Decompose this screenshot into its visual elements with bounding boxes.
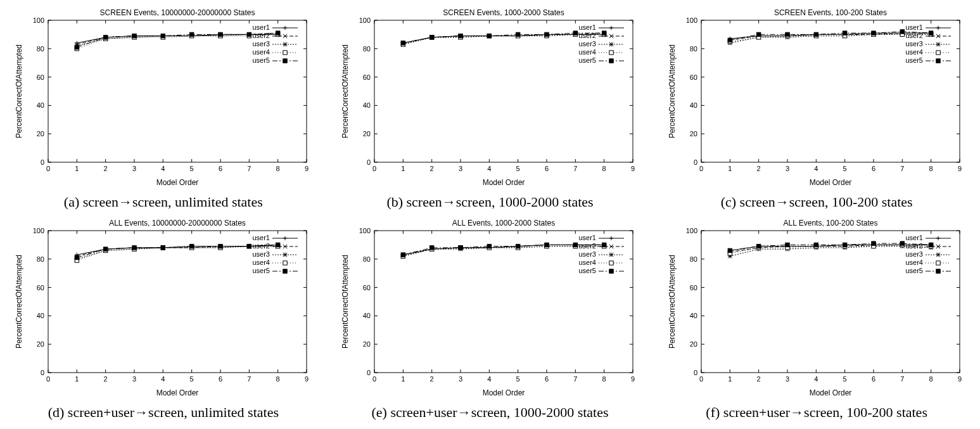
chart-title: ALL Events, 10000000-20000000 States xyxy=(109,219,246,227)
x-tick-label: 1 xyxy=(75,165,79,172)
x-tick-label: 3 xyxy=(132,375,136,383)
y-tick-label: 80 xyxy=(37,255,44,263)
y-tick-label: 0 xyxy=(41,369,44,376)
svg-rect-97 xyxy=(459,34,462,37)
x-tick-label: 2 xyxy=(103,375,107,383)
x-tick-label: 8 xyxy=(276,165,279,172)
legend-label-user4: user4 xyxy=(906,48,924,56)
y-axis-label: PercentCorrectOfAttempted xyxy=(341,44,350,138)
legend-label-user3: user3 xyxy=(579,250,597,258)
svg-rect-109 xyxy=(609,59,613,63)
svg-rect-54 xyxy=(283,59,287,63)
legend-label-user2: user2 xyxy=(579,32,597,39)
y-tick-label: 60 xyxy=(37,284,44,291)
svg-rect-155 xyxy=(872,31,875,35)
svg-rect-266 xyxy=(574,243,578,247)
svg-rect-156 xyxy=(900,30,904,34)
svg-rect-327 xyxy=(936,261,940,265)
x-tick-label: 1 xyxy=(728,375,732,383)
svg-rect-46 xyxy=(247,32,251,36)
svg-rect-321 xyxy=(900,241,904,245)
svg-rect-102 xyxy=(602,31,606,35)
x-tick-label: 4 xyxy=(488,165,492,172)
y-tick-label: 40 xyxy=(363,101,371,109)
x-tick-label: 1 xyxy=(402,375,405,383)
x-tick-label: 3 xyxy=(786,375,789,383)
svg-rect-260 xyxy=(402,253,405,257)
chart-f: ALL Events, 100-200 States01234567890204… xyxy=(665,217,969,400)
y-axis-label: PercentCorrectOfAttempted xyxy=(15,255,23,349)
legend-label-user4: user4 xyxy=(906,259,924,266)
chart-title: ALL Events, 1000-2000 States xyxy=(452,219,555,227)
y-tick-label: 20 xyxy=(690,130,697,138)
y-tick-label: 80 xyxy=(363,45,371,53)
legend-label-user3: user3 xyxy=(252,250,270,258)
x-tick-label: 4 xyxy=(814,375,818,383)
x-tick-label: 5 xyxy=(843,375,847,383)
y-tick-label: 20 xyxy=(37,340,44,348)
x-tick-label: 6 xyxy=(872,165,875,172)
x-tick-label: 7 xyxy=(574,375,578,383)
x-tick-label: 6 xyxy=(219,165,222,172)
svg-rect-206 xyxy=(103,247,107,251)
x-tick-label: 3 xyxy=(459,165,462,172)
x-axis-label: Model Order xyxy=(483,388,525,397)
y-tick-label: 100 xyxy=(686,227,697,234)
x-tick-label: 3 xyxy=(459,375,462,383)
x-tick-label: 2 xyxy=(430,375,434,383)
y-axis-label: PercentCorrectOfAttempted xyxy=(15,44,23,138)
x-axis-label: Model Order xyxy=(156,178,198,187)
svg-rect-261 xyxy=(430,246,434,250)
y-tick-label: 100 xyxy=(686,16,697,24)
x-tick-label: 7 xyxy=(900,375,904,383)
y-tick-label: 40 xyxy=(690,312,697,319)
svg-rect-47 xyxy=(276,31,279,35)
subcaption-c: (c) screen→screen, 100-200 states xyxy=(721,194,913,210)
chart-a: SCREEN Events, 10000000-20000000 States0… xyxy=(11,6,315,190)
x-tick-label: 5 xyxy=(189,165,193,172)
x-tick-label: 9 xyxy=(958,375,962,383)
y-tick-label: 20 xyxy=(363,130,371,138)
y-tick-label: 60 xyxy=(37,74,44,81)
x-axis-label: Model Order xyxy=(483,178,525,187)
cell-a: SCREEN Events, 10000000-20000000 States0… xyxy=(6,6,321,210)
x-tick-label: 0 xyxy=(699,375,703,383)
x-tick-label: 4 xyxy=(814,165,818,172)
y-tick-label: 40 xyxy=(363,312,371,319)
svg-rect-98 xyxy=(488,34,492,37)
chart-c: SCREEN Events, 100-200 States01234567890… xyxy=(665,6,969,190)
svg-rect-329 xyxy=(936,269,940,273)
cell-c: SCREEN Events, 100-200 States01234567890… xyxy=(659,6,974,210)
x-tick-label: 9 xyxy=(958,165,962,172)
y-tick-label: 100 xyxy=(32,227,44,234)
svg-rect-264 xyxy=(516,244,520,248)
x-tick-label: 6 xyxy=(219,375,222,383)
x-tick-label: 7 xyxy=(247,375,251,383)
legend-label-user3: user3 xyxy=(906,250,924,258)
svg-rect-315 xyxy=(728,248,732,252)
svg-rect-100 xyxy=(545,32,549,36)
svg-rect-52 xyxy=(283,51,287,54)
y-tick-label: 0 xyxy=(694,369,697,376)
x-tick-label: 3 xyxy=(132,165,136,172)
y-tick-label: 80 xyxy=(690,255,697,263)
y-tick-label: 80 xyxy=(690,45,697,53)
x-tick-label: 0 xyxy=(372,165,376,172)
chart-d: ALL Events, 10000000-20000000 States0123… xyxy=(11,217,315,400)
x-tick-label: 4 xyxy=(161,165,165,172)
x-tick-label: 8 xyxy=(929,165,933,172)
y-tick-label: 80 xyxy=(363,255,371,263)
y-tick-label: 0 xyxy=(367,158,371,166)
chart-b: SCREEN Events, 1000-2000 States012345678… xyxy=(338,6,642,190)
cell-e: ALL Events, 1000-2000 States012345678902… xyxy=(333,217,647,421)
cell-f: ALL Events, 100-200 States01234567890204… xyxy=(659,217,974,421)
x-tick-label: 9 xyxy=(305,375,309,383)
y-axis-label: PercentCorrectOfAttempted xyxy=(668,44,677,138)
legend-label-user5: user5 xyxy=(252,267,270,274)
cell-b: SCREEN Events, 1000-2000 States012345678… xyxy=(333,6,647,210)
svg-rect-207 xyxy=(132,246,136,250)
x-tick-label: 7 xyxy=(900,165,904,172)
y-tick-label: 100 xyxy=(359,16,371,24)
x-tick-label: 2 xyxy=(103,165,107,172)
legend-label-user1: user1 xyxy=(579,23,597,31)
